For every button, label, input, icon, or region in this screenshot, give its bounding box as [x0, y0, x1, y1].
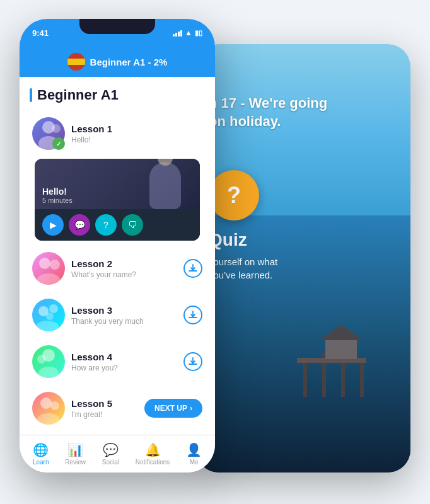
- quiz-card: n 17 - We're going on holiday. ? Quiz yo…: [196, 44, 410, 472]
- svg-point-21: [50, 401, 59, 410]
- quiz-button[interactable]: ?: [95, 214, 117, 236]
- svg-point-18: [37, 355, 46, 364]
- svg-point-11: [50, 260, 60, 270]
- svg-rect-5: [325, 340, 357, 359]
- nav-item-review[interactable]: 📊 Review: [60, 440, 91, 468]
- svg-point-22: [37, 413, 60, 425]
- lesson-5-avatar-wrapper: [32, 392, 65, 425]
- expanded-lesson-duration: 5 minutes: [42, 197, 73, 204]
- lesson-1-name: Lesson 1: [71, 123, 196, 134]
- lesson-item-5[interactable]: Lesson 5 I'm great! NEXT UP ›: [27, 386, 207, 431]
- scene: n 17 - We're going on holiday. ? Quiz yo…: [20, 19, 410, 485]
- svg-point-14: [49, 304, 58, 313]
- svg-point-12: [37, 273, 60, 285]
- lesson-item-1[interactable]: ✓ Lesson 1 Hello!: [27, 111, 207, 156]
- lesson-2-name: Lesson 2: [71, 258, 177, 269]
- nav-item-me[interactable]: 👤 Me: [181, 440, 207, 468]
- battery-icon: ▮▯: [195, 29, 202, 37]
- expanded-action-buttons: ▶ 💬 ? 🗨: [35, 209, 200, 241]
- svg-point-15: [46, 312, 54, 320]
- phone-notch: [79, 19, 155, 34]
- notifications-icon: 🔔: [145, 442, 161, 457]
- lesson-1-completed-badge: ✓: [52, 137, 65, 150]
- quiz-icon-circle[interactable]: ?: [209, 170, 259, 220]
- svg-point-20: [40, 398, 52, 409]
- lesson-1-expanded: Hello! 5 minutes ▶ 💬 ?: [35, 159, 200, 241]
- lesson-5-name: Lesson 5: [71, 398, 138, 409]
- top-navigation: Beginner A1 - 2%: [20, 47, 215, 77]
- lesson-3-name: Lesson 3: [71, 305, 177, 316]
- lesson-4-name: Lesson 4: [71, 352, 177, 362]
- chevron-right-icon: ›: [190, 404, 192, 413]
- lesson-2-avatar-wrapper: [32, 252, 65, 285]
- lesson-1-avatar-wrapper: ✓: [32, 117, 65, 150]
- lesson-5-subtitle: I'm great!: [71, 410, 138, 419]
- video-button[interactable]: ▶: [42, 214, 64, 236]
- lesson-4-download-icon[interactable]: [183, 352, 202, 371]
- lesson-4-subtitle: How are you?: [71, 364, 177, 372]
- lesson-5-text: Lesson 5 I'm great!: [65, 398, 144, 419]
- nav-label-notifications: Notifications: [136, 459, 170, 466]
- lesson-1-preview-image: Hello! 5 minutes: [35, 159, 200, 209]
- next-up-button[interactable]: NEXT UP ›: [144, 399, 202, 418]
- lesson-3-download-icon[interactable]: [183, 306, 202, 324]
- lesson-item-3[interactable]: Lesson 3 Thank you very much: [27, 292, 207, 338]
- phone-device: 9:41 ▲ ▮▯ Beginner A1 - 2%: [20, 19, 215, 472]
- nav-label-social: Social: [102, 459, 119, 466]
- svg-point-9: [52, 124, 61, 133]
- svg-rect-0: [303, 359, 307, 397]
- nav-label-learn: Learn: [33, 459, 49, 466]
- status-time: 9:41: [32, 28, 49, 38]
- svg-rect-3: [360, 359, 364, 397]
- section-header: Beginner A1: [20, 77, 215, 111]
- svg-point-19: [38, 367, 59, 378]
- lesson-3-text: Lesson 3 Thank you very much: [65, 305, 183, 326]
- nav-label-review: Review: [65, 459, 86, 466]
- phone-body: Beginner A1: [20, 77, 215, 435]
- lesson-4-avatar-wrapper: [32, 345, 65, 378]
- speaking-button[interactable]: 💬: [69, 214, 90, 236]
- lesson-2-text: Lesson 2 What's your name?: [65, 258, 183, 279]
- lesson-item-4[interactable]: Lesson 4 How are you?: [27, 339, 207, 384]
- learn-icon: 🌐: [33, 442, 49, 457]
- lesson-4-text: Lesson 4 How are you?: [65, 352, 183, 372]
- nav-label-me: Me: [190, 459, 199, 466]
- lessons-list: ✓ Lesson 1 Hello! Hello!: [20, 111, 215, 432]
- expanded-lesson-title: Hello!: [42, 186, 73, 197]
- quiz-description: yourself on what you've learned.: [209, 255, 277, 282]
- wifi-icon: ▲: [185, 28, 192, 37]
- lesson-5-avatar: [32, 392, 65, 425]
- lesson-1-subtitle: Hello!: [71, 135, 196, 144]
- lesson-2-download-icon[interactable]: [183, 259, 202, 278]
- svg-point-16: [36, 321, 59, 331]
- spanish-flag-icon: [67, 53, 85, 71]
- lesson-3-subtitle: Thank you very much: [71, 317, 177, 326]
- question-mark-icon: ?: [227, 182, 241, 209]
- svg-marker-6: [319, 324, 363, 340]
- svg-point-10: [39, 258, 50, 269]
- person-illustration: [149, 162, 181, 209]
- bottom-navigation: 🌐 Learn 📊 Review 💬 Social 🔔 Notification…: [20, 435, 215, 472]
- lesson-3-avatar-wrapper: [32, 299, 65, 331]
- back-card-top-text: n 17 - We're going on holiday.: [209, 94, 327, 130]
- lesson-2-avatar: [32, 252, 65, 285]
- social-icon: 💬: [103, 442, 119, 457]
- course-title: Beginner A1 - 2%: [90, 57, 168, 67]
- lesson-1-text: Lesson 1 Hello!: [65, 123, 202, 144]
- lesson-3-avatar: [32, 299, 65, 331]
- signal-icon: [173, 29, 182, 37]
- nav-item-social[interactable]: 💬 Social: [97, 440, 124, 468]
- lesson-item-2[interactable]: Lesson 2 What's your name?: [27, 246, 207, 291]
- nav-item-notifications[interactable]: 🔔 Notifications: [131, 440, 175, 468]
- section-title: Beginner A1: [37, 87, 119, 103]
- lesson-4-avatar: [32, 345, 65, 378]
- nav-item-learn[interactable]: 🌐 Learn: [28, 440, 54, 468]
- me-icon: 👤: [186, 442, 202, 457]
- next-up-label: NEXT UP: [154, 404, 187, 413]
- lesson-2-subtitle: What's your name?: [71, 270, 177, 279]
- review-icon: 📊: [67, 442, 83, 457]
- section-bar-decoration: [30, 88, 32, 102]
- chat-button[interactable]: 🗨: [122, 214, 143, 236]
